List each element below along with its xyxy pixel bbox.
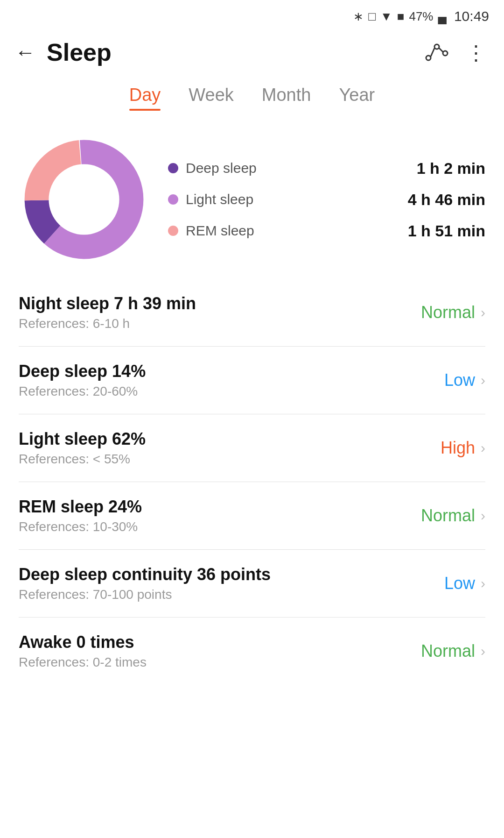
tab-month[interactable]: Month [262, 85, 311, 111]
stat-right-4: Low › [444, 574, 485, 593]
stat-left-5: Awake 0 times References: 0-2 times [19, 632, 421, 670]
legend-light-sleep: Light sleep 4 h 46 min [168, 191, 485, 209]
stat-status-2: High [441, 438, 475, 458]
stat-ref-5: References: 0-2 times [19, 655, 421, 670]
light-sleep-dot [168, 194, 178, 205]
header-left: ← Sleep [15, 38, 112, 66]
status-bar: ∗ □ ▼ ■ 47% ▄ 10:49 [0, 0, 504, 29]
light-sleep-value: 4 h 46 min [408, 191, 485, 209]
svg-line-3 [431, 48, 434, 57]
deep-sleep-dot [168, 163, 178, 173]
stat-title-0: Night sleep 7 h 39 min [19, 294, 421, 313]
page-title: Sleep [47, 38, 112, 66]
more-menu-button[interactable]: ⋮ [466, 41, 485, 64]
sleep-donut-chart [19, 134, 149, 265]
tabs-container: Day Week Month Year [0, 76, 504, 115]
status-icons: ∗ □ ▼ ■ 47% ▄ [353, 9, 447, 24]
stat-title-2: Light sleep 62% [19, 429, 441, 449]
stat-title-5: Awake 0 times [19, 632, 421, 652]
stat-chevron-5: › [481, 643, 485, 659]
svg-point-0 [426, 56, 431, 60]
sleep-legend: Deep sleep 1 h 2 min Light sleep 4 h 46 … [168, 159, 485, 240]
stat-chevron-3: › [481, 508, 485, 524]
stat-right-0: Normal › [421, 303, 485, 322]
deep-sleep-value: 1 h 2 min [417, 159, 485, 178]
notification-icon: ■ [397, 9, 405, 24]
rem-sleep-value: 1 h 51 min [408, 222, 485, 240]
stat-ref-3: References: 10-30% [19, 519, 421, 534]
bluetooth-icon: ∗ [353, 9, 364, 24]
stat-row-4[interactable]: Deep sleep continuity 36 points Referenc… [0, 550, 504, 617]
stat-left-4: Deep sleep continuity 36 points Referenc… [19, 565, 444, 602]
stat-right-2: High › [441, 438, 485, 458]
tab-week[interactable]: Week [189, 85, 233, 111]
deep-sleep-label: Deep sleep [186, 160, 409, 176]
stat-row-2[interactable]: Light sleep 62% References: < 55% High › [0, 414, 504, 482]
stat-right-5: Normal › [421, 641, 485, 661]
svg-point-8 [49, 164, 119, 234]
stat-status-0: Normal [421, 303, 475, 322]
stat-right-1: Low › [444, 370, 485, 390]
vibrate-icon: □ [368, 9, 376, 24]
tab-year[interactable]: Year [339, 85, 375, 111]
sleep-chart-section: Deep sleep 1 h 2 min Light sleep 4 h 46 … [0, 115, 504, 279]
chart-icon[interactable] [425, 43, 449, 62]
stat-ref-0: References: 6-10 h [19, 316, 421, 331]
stat-ref-2: References: < 55% [19, 452, 441, 467]
stat-left-3: REM sleep 24% References: 10-30% [19, 497, 421, 534]
svg-point-1 [434, 44, 439, 49]
stat-title-3: REM sleep 24% [19, 497, 421, 517]
stat-chevron-4: › [481, 575, 485, 591]
svg-line-4 [439, 48, 443, 52]
stat-ref-4: References: 70-100 points [19, 587, 444, 602]
stat-status-5: Normal [421, 641, 475, 661]
stat-chevron-1: › [481, 372, 485, 388]
stat-row-5[interactable]: Awake 0 times References: 0-2 times Norm… [0, 618, 504, 685]
legend-rem-sleep: REM sleep 1 h 51 min [168, 222, 485, 240]
svg-point-2 [443, 51, 448, 56]
stat-status-3: Normal [421, 506, 475, 526]
light-sleep-label: Light sleep [186, 192, 400, 207]
stat-row-1[interactable]: Deep sleep 14% References: 20-60% Low › [0, 347, 504, 414]
status-time: 10:49 [454, 8, 489, 24]
header: ← Sleep ⋮ [0, 29, 504, 76]
stat-left-0: Night sleep 7 h 39 min References: 6-10 … [19, 294, 421, 331]
stat-ref-1: References: 20-60% [19, 384, 444, 399]
rem-sleep-dot [168, 226, 178, 236]
wifi-icon: ▼ [380, 9, 392, 24]
stat-chevron-2: › [481, 440, 485, 456]
stat-left-2: Light sleep 62% References: < 55% [19, 429, 441, 467]
back-button[interactable]: ← [15, 41, 35, 64]
stat-row-3[interactable]: REM sleep 24% References: 10-30% Normal … [0, 482, 504, 549]
stat-chevron-0: › [481, 305, 485, 320]
stat-status-4: Low [444, 574, 475, 593]
battery-icon: ▄ [438, 9, 447, 24]
stat-title-1: Deep sleep 14% [19, 362, 444, 381]
stat-right-3: Normal › [421, 506, 485, 526]
stats-list: Night sleep 7 h 39 min References: 6-10 … [0, 279, 504, 685]
legend-deep-sleep: Deep sleep 1 h 2 min [168, 159, 485, 178]
battery-percent: 47% [409, 9, 433, 24]
stat-title-4: Deep sleep continuity 36 points [19, 565, 444, 584]
stat-left-1: Deep sleep 14% References: 20-60% [19, 362, 444, 399]
header-right: ⋮ [425, 41, 485, 64]
stat-status-1: Low [444, 370, 475, 390]
stat-row-0[interactable]: Night sleep 7 h 39 min References: 6-10 … [0, 279, 504, 346]
rem-sleep-label: REM sleep [186, 223, 400, 239]
tab-day[interactable]: Day [129, 85, 161, 111]
